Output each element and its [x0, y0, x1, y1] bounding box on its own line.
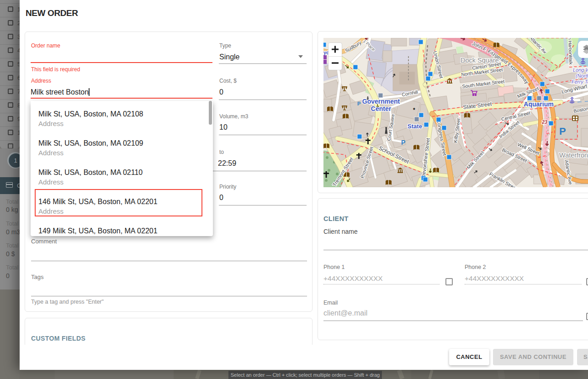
svg-text:Aquarium: Aquarium: [524, 100, 553, 108]
svg-text:Ferry Terr: Ferry Terr: [572, 79, 588, 84]
svg-text:P: P: [401, 139, 405, 146]
svg-text:P: P: [357, 101, 360, 106]
svg-text:Long Wh: Long Wh: [573, 67, 588, 73]
svg-text:P: P: [559, 126, 566, 137]
svg-text:Government: Government: [362, 98, 400, 105]
svg-text:23: 23: [541, 119, 547, 125]
svg-text:(North: (North: [576, 73, 588, 79]
svg-text:n HarborWalk: n HarborWalk: [567, 38, 573, 65]
svg-text:*: *: [413, 107, 415, 113]
svg-text:Dock Square: Dock Square: [461, 57, 499, 64]
svg-text:Center: Center: [371, 105, 392, 112]
svg-text:State: State: [408, 123, 422, 130]
svg-text:Waterfront: Waterfront: [559, 152, 588, 159]
